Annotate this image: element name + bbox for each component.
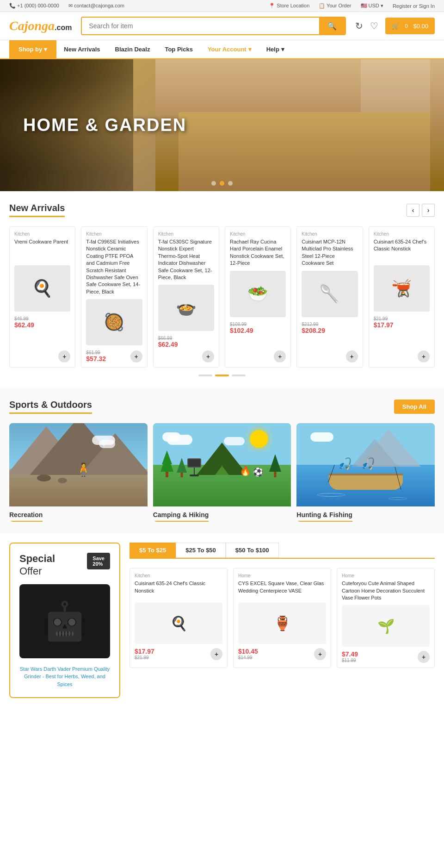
original-price: $212.99: [302, 322, 325, 327]
category-grid: 🧍 Recreation: [9, 423, 435, 522]
price-product-card: Home Cuteforyou Cute Animal Shaped Carto…: [337, 568, 435, 668]
cart-button[interactable]: 🛒 0 $0.00: [385, 18, 435, 34]
camping-image: 🔥 ⚽: [153, 423, 291, 506]
nav-top-picks[interactable]: Top Picks: [157, 40, 200, 58]
sports-outdoors-section: Sports & Outdoors Shop All: [0, 388, 444, 533]
product-prices: $61.99 $57.32: [86, 350, 106, 362]
add-to-cart-button[interactable]: +: [58, 350, 70, 362]
product-image: 🏺: [238, 602, 326, 644]
special-title: Special Offer: [19, 553, 55, 577]
your-order-link[interactable]: 📋 Your Order: [319, 3, 351, 9]
carousel-dot[interactable]: [198, 375, 212, 376]
save-badge: Save 20%: [87, 553, 110, 569]
add-to-cart-button[interactable]: +: [418, 350, 430, 362]
product-category: Kitchen: [135, 573, 222, 578]
special-offer-title-block: Special Offer: [19, 553, 55, 577]
product-image: 🥘: [86, 299, 142, 345]
darth-vader-icon: 🤖: [42, 599, 88, 643]
product-image: 🫕: [374, 265, 430, 312]
add-to-cart-button[interactable]: +: [346, 350, 358, 362]
product-image: 🥗: [230, 271, 286, 317]
price-tab-5-25[interactable]: $5 To $25: [130, 543, 176, 558]
product-category: Kitchen: [158, 231, 214, 237]
new-arrivals-section: New Arrivals ‹ › Kitchen Vremi Cookware …: [0, 191, 444, 388]
register-link[interactable]: Register: [393, 3, 412, 9]
bottom-section: Special Offer Save 20% 🤖 Star Wars Darth…: [0, 533, 444, 707]
shop-all-button[interactable]: Shop All: [394, 400, 435, 414]
hero-dot-3[interactable]: [228, 181, 233, 186]
product-price-row: $108.99 $102.49 +: [230, 322, 286, 334]
header: Cajonga.com 🔍 ↻ ♡ 🛒 0 $0.00: [0, 12, 444, 40]
product-name: T-fal C996SE Initiatives Nonstick Cerami…: [86, 238, 142, 295]
product-category: Home: [238, 573, 326, 578]
camping-card[interactable]: 🔥 ⚽ Camping & Hiking: [153, 423, 291, 522]
carousel-dot[interactable]: [232, 375, 246, 376]
add-to-cart-button[interactable]: +: [210, 648, 222, 660]
store-location-link[interactable]: 📍 Store Location: [269, 3, 309, 9]
product-card: Kitchen Cuisinart MCP-12N Multiclad Pro …: [296, 226, 363, 368]
product-card: Kitchen T-fal C996SE Initiatives Nonstic…: [81, 226, 147, 368]
add-to-cart-button[interactable]: +: [314, 648, 326, 660]
price-info: $10.45 $14.99: [238, 648, 258, 660]
signin-link[interactable]: Sign In: [419, 3, 435, 9]
search-input[interactable]: [82, 18, 319, 34]
section-header: New Arrivals ‹ ›: [9, 203, 435, 217]
price-products-grid: Kitchen Cuisinart 635-24 Chef's Classic …: [130, 568, 435, 668]
wishlist-icon[interactable]: ♡: [370, 20, 378, 31]
fishing-card[interactable]: 🎣 🎣 Hunting & Fishing: [296, 423, 435, 522]
product-image: 🍳: [135, 602, 222, 644]
product-price-row: $61.99 $57.32 +: [86, 350, 142, 362]
product-name: T-fal C530SC Signature Nonstick Expert T…: [158, 238, 214, 281]
sale-price: $7.49: [342, 650, 358, 658]
price-tab-50-100[interactable]: $50 To $100: [226, 543, 279, 558]
product-name: Cuisinart 635-24 Chef's Classic Nonstick: [135, 580, 222, 599]
product-category: Kitchen: [86, 231, 142, 237]
search-button[interactable]: 🔍: [319, 18, 345, 34]
original-price: $14.99: [238, 655, 258, 660]
nav-shop-by[interactable]: Shop by ▾: [9, 40, 56, 58]
header-icons: ↻ ♡ 🛒 0 $0.00: [355, 18, 435, 34]
product-name: Rachael Ray Cucina Hard Porcelain Enamel…: [230, 238, 286, 267]
hero-dot-1[interactable]: [211, 181, 216, 186]
camping-label: Camping & Hiking: [153, 506, 209, 522]
product-name: Cuteforyou Cute Animal Shaped Cartoon Ho…: [342, 580, 430, 601]
refresh-icon[interactable]: ↻: [355, 20, 363, 31]
nav-your-account[interactable]: Your Account ▾: [200, 40, 259, 58]
product-image: 🍳: [14, 265, 70, 312]
logo[interactable]: Cajonga.com: [9, 19, 72, 33]
top-bar-right: 📍 Store Location 📋 Your Order 🇺🇸 USD ▾ R…: [269, 3, 435, 9]
price-tabs: $5 To $25 $25 To $50 $50 To $100: [130, 543, 435, 559]
add-to-cart-button[interactable]: +: [274, 350, 286, 362]
sale-price: $62.49: [158, 341, 178, 348]
top-bar: 📞 +1 (000) 000-0000 ✉ contact@cajonga.co…: [0, 0, 444, 12]
product-prices: $66.99 $62.49: [158, 336, 178, 348]
carousel-dot-active[interactable]: [215, 375, 229, 376]
currency-selector[interactable]: 🇺🇸 USD ▾: [361, 3, 383, 9]
prev-button[interactable]: ‹: [407, 204, 419, 217]
hero-title: HOME & GARDEN: [23, 115, 186, 135]
cart-amount: $0.00: [413, 23, 428, 30]
fishing-image: 🎣 🎣: [296, 423, 435, 506]
search-icon: 🔍: [327, 22, 337, 30]
logo-text: Cajonga: [9, 19, 55, 33]
add-to-cart-button[interactable]: +: [130, 350, 142, 362]
price-tab-25-50[interactable]: $25 To $50: [176, 543, 226, 558]
special-offer-header: Special Offer Save 20%: [19, 553, 110, 577]
add-to-cart-button[interactable]: +: [202, 350, 214, 362]
cart-icon: 🛒: [392, 23, 399, 30]
chevron-down-icon-help: ▾: [281, 46, 284, 53]
recreation-card[interactable]: 🧍 Recreation: [9, 423, 148, 522]
sale-price: $102.49: [230, 327, 253, 334]
nav-blazin-dealz[interactable]: Blazin Dealz: [108, 40, 158, 58]
hero-dot-2[interactable]: [220, 181, 224, 186]
nav-help[interactable]: Help ▾: [259, 40, 292, 58]
nav-new-arrivals[interactable]: New Arrivals: [56, 40, 107, 58]
add-to-cart-button[interactable]: +: [418, 651, 430, 663]
product-price-row: $46.99 $62.49 +: [14, 316, 70, 329]
sale-price: $62.49: [14, 321, 34, 329]
price-info: $17.97 $21.99: [135, 648, 154, 660]
product-prices: $46.99 $62.49: [14, 316, 34, 329]
product-category: Kitchen: [302, 231, 358, 237]
next-button[interactable]: ›: [422, 204, 435, 217]
product-price-row: $66.99 $62.49 +: [158, 336, 214, 348]
